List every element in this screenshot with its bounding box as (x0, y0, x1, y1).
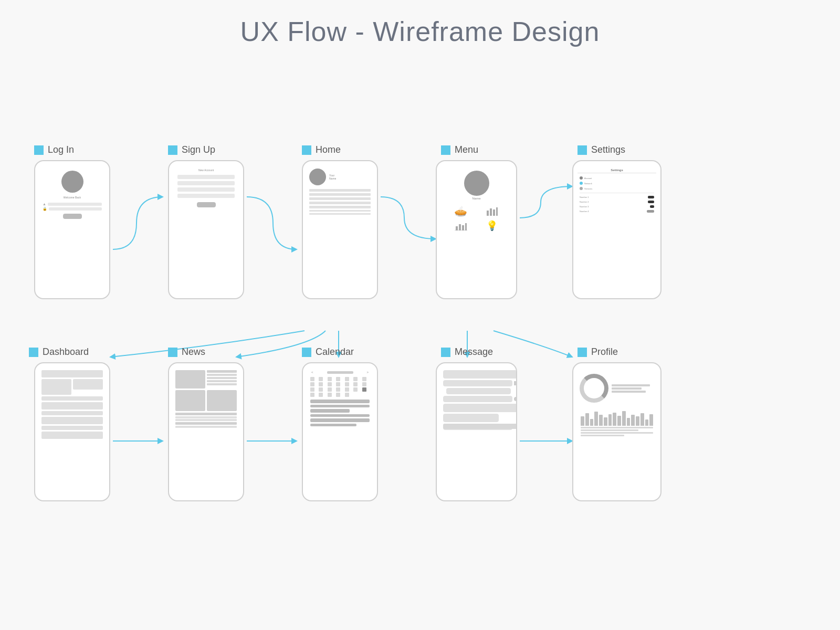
label-profile: Profile (578, 346, 618, 358)
label-settings: Settings (578, 144, 625, 155)
phone-message (436, 362, 517, 501)
msg-bubble-2 (446, 388, 511, 394)
label-dot-login (34, 145, 44, 155)
phone-dashboard (34, 362, 110, 501)
label-message: Message (441, 346, 493, 358)
home-avatar (309, 169, 326, 185)
label-dot-dashboard (29, 348, 38, 357)
label-home: Home (302, 144, 341, 155)
phone-login: Welcome Back ▲ 🔒 (34, 160, 110, 299)
flow-container: Log In Sign Up Home Menu Settings Dashbo… (0, 63, 840, 630)
label-dot-home (302, 145, 311, 155)
label-login: Log In (34, 144, 74, 155)
label-dot-message (441, 348, 450, 357)
signup-title: New Account (173, 169, 239, 172)
label-news: News (168, 346, 205, 358)
menu-name: Name (441, 197, 512, 200)
menu-icon-pie: 🥧 (454, 205, 468, 217)
label-dashboard: Dashboard (29, 346, 89, 358)
menu-avatar (464, 171, 489, 196)
svg-rect-3 (496, 207, 498, 216)
login-avatar (61, 171, 83, 193)
svg-rect-7 (465, 223, 467, 230)
phone-settings: Settings Account Network Services Number… (572, 160, 662, 299)
phone-home: YourName (302, 160, 378, 299)
label-dot-signup (168, 145, 177, 155)
label-calendar: Calendar (302, 346, 354, 358)
menu-icon-chart2 (454, 220, 468, 232)
svg-rect-1 (490, 208, 492, 216)
page-title: UX Flow - Wireframe Design (0, 0, 840, 47)
label-signup: Sign Up (168, 144, 215, 155)
login-welcome: Welcome Back (39, 196, 105, 199)
signup-button (197, 202, 216, 207)
phone-calendar: < > (302, 362, 378, 501)
msg-bubble-4 (443, 414, 499, 422)
profile-donut-chart (580, 374, 608, 403)
profile-bar-chart (581, 410, 653, 426)
menu-icon-bulb: 💡 (485, 220, 499, 232)
svg-rect-0 (487, 211, 489, 216)
arrows-layer (0, 63, 840, 630)
msg-bubble-1 (443, 370, 517, 379)
phone-signup: New Account (168, 160, 244, 299)
label-dot-menu (441, 145, 450, 155)
phone-menu: Name 🥧 (436, 160, 517, 299)
svg-rect-5 (459, 224, 461, 230)
login-button (63, 214, 82, 219)
label-dot-calendar (302, 348, 311, 357)
msg-input (443, 424, 517, 429)
label-menu: Menu (441, 144, 478, 155)
phone-news (168, 362, 244, 501)
menu-icon-bar (485, 205, 499, 217)
phone-profile (572, 362, 662, 501)
label-dot-settings (578, 145, 587, 155)
settings-title: Settings (578, 169, 656, 173)
svg-rect-2 (493, 209, 495, 216)
label-dot-news (168, 348, 177, 357)
label-dot-profile (578, 348, 587, 357)
msg-bubble-3 (443, 404, 517, 412)
svg-rect-4 (456, 226, 458, 230)
svg-rect-6 (462, 225, 464, 230)
